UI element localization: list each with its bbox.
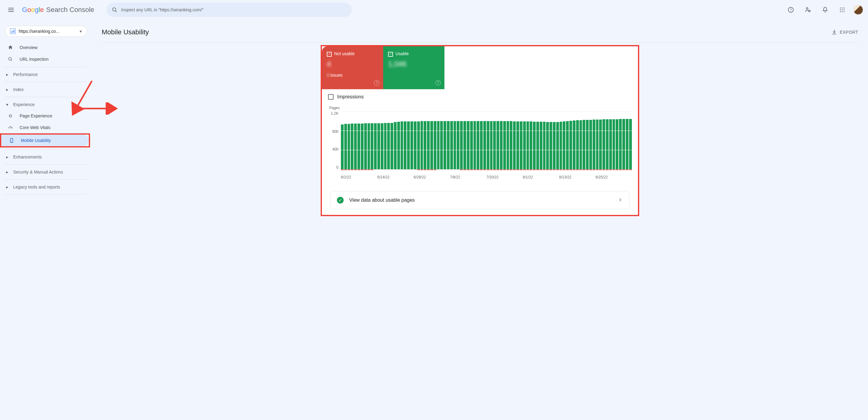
chart-bar[interactable] [550, 122, 552, 169]
chart-bar[interactable] [500, 121, 503, 169]
sidebar-section-legacy[interactable]: ▸ Legacy tools and reports [0, 181, 88, 193]
chart-bar[interactable] [407, 121, 410, 169]
chart-bar[interactable] [510, 121, 513, 169]
chart-bar[interactable] [527, 121, 529, 169]
chart-bar[interactable] [476, 121, 479, 170]
sidebar-item-overview[interactable]: Overview [0, 42, 88, 53]
chart-bar[interactable] [437, 121, 440, 169]
view-usable-pages-button[interactable]: ✓ View data about usable pages [331, 191, 629, 209]
chart-bar[interactable] [536, 122, 539, 169]
chart-bar[interactable] [467, 121, 469, 170]
sidebar-item-page-experience[interactable]: Page Experience [0, 110, 88, 122]
chart-bar[interactable] [463, 121, 466, 170]
chart-bar[interactable] [470, 121, 473, 170]
chart-bar[interactable] [493, 121, 496, 169]
chart-bar[interactable] [560, 122, 562, 169]
account-settings-icon[interactable] [802, 4, 814, 16]
chart-bar[interactable] [533, 122, 536, 169]
chart-bar[interactable] [569, 121, 572, 169]
chart-bar[interactable] [629, 119, 632, 169]
chart-bar[interactable] [553, 122, 556, 169]
chart-bar[interactable] [563, 121, 565, 169]
chart-bar[interactable] [397, 122, 400, 169]
chart-bar[interactable] [543, 122, 546, 169]
chart-bar[interactable] [583, 120, 585, 169]
chart-bar[interactable] [503, 121, 506, 169]
chart-bar[interactable] [450, 121, 453, 169]
sidebar-item-url-inspection[interactable]: URL inspection [0, 53, 88, 65]
chart-bar[interactable] [434, 121, 436, 169]
notifications-icon[interactable] [819, 4, 831, 16]
chart-bar[interactable] [540, 122, 542, 169]
status-card-usable[interactable]: ✓Usable 1,046 ? [383, 46, 444, 89]
sidebar-item-core-web-vitals[interactable]: Core Web Vitals [0, 122, 88, 133]
status-card-not-usable[interactable]: ✓Not usable 4 4 issues ? [322, 46, 383, 89]
chart-bar[interactable] [401, 121, 403, 169]
chart-bar[interactable] [387, 123, 390, 169]
sidebar-section-security[interactable]: ▸ Security & Manual Actions [0, 166, 88, 177]
chart-bar[interactable] [609, 119, 612, 169]
help-icon[interactable]: ? [785, 4, 797, 16]
chart-bar[interactable] [417, 121, 420, 169]
chart-bar[interactable] [447, 121, 450, 169]
help-icon[interactable]: ? [435, 80, 441, 86]
chart-bar[interactable] [374, 123, 377, 169]
chart-bar[interactable] [606, 119, 609, 169]
chart-bar[interactable] [616, 119, 618, 169]
impressions-checkbox[interactable] [328, 94, 334, 100]
chart-bar[interactable] [506, 121, 509, 169]
chart-bar[interactable] [460, 121, 463, 170]
chart-bar[interactable] [404, 121, 406, 169]
chart-bar[interactable] [427, 121, 430, 169]
sidebar-section-index[interactable]: ▸ Index [0, 84, 88, 95]
chart-bar[interactable] [430, 121, 433, 169]
chart-bar[interactable] [626, 119, 628, 169]
url-inspect-search[interactable]: Inspect any URL in "https://seranking.co… [106, 3, 351, 17]
chart-bar[interactable] [589, 120, 592, 169]
chart-bar[interactable] [377, 123, 380, 169]
chart-bar[interactable] [364, 123, 367, 169]
chart-bar[interactable] [517, 121, 519, 169]
sidebar-section-performance[interactable]: ▸ Performance [0, 69, 88, 80]
chart-bar[interactable] [613, 119, 615, 169]
chart-bar[interactable] [368, 123, 370, 169]
chart-bar[interactable] [410, 121, 413, 169]
chart-bar[interactable] [576, 120, 579, 169]
chart-bar[interactable] [556, 122, 559, 169]
chart-bar[interactable] [619, 119, 622, 169]
property-selector[interactable]: https://seranking.co... ▾ [5, 26, 87, 37]
chart-bar[interactable] [454, 121, 456, 169]
sidebar-section-enhancements[interactable]: ▸ Enhancements [0, 151, 88, 163]
chart-bar[interactable] [530, 121, 532, 169]
chart-bar[interactable] [599, 119, 602, 169]
chart-bar[interactable] [622, 119, 625, 169]
chart-bar[interactable] [573, 120, 576, 169]
chart-bar[interactable] [421, 121, 423, 169]
chart-bar[interactable] [443, 121, 446, 169]
chart-bar[interactable] [473, 121, 476, 170]
chart-bar[interactable] [496, 121, 499, 169]
chart-bar[interactable] [341, 124, 344, 169]
chart-bar[interactable] [546, 122, 549, 169]
chart-bar[interactable] [586, 120, 589, 169]
sidebar-section-experience[interactable]: ▾ Experience [0, 99, 88, 110]
chart-bar[interactable] [440, 121, 443, 169]
hamburger-menu[interactable] [5, 4, 17, 16]
chart-bar[interactable] [371, 123, 373, 169]
help-icon[interactable]: ? [374, 80, 379, 86]
chart-bar[interactable] [394, 122, 397, 169]
avatar[interactable] [853, 5, 863, 15]
chart-bar[interactable] [414, 121, 416, 169]
chart-bar[interactable] [580, 120, 582, 169]
chart-bar[interactable] [480, 121, 483, 170]
chart-bar[interactable] [381, 123, 383, 169]
chart-bar[interactable] [520, 121, 523, 169]
chart-bar[interactable] [523, 121, 526, 169]
chart-bar[interactable] [602, 119, 605, 169]
chart-bar[interactable] [513, 121, 516, 169]
export-button[interactable]: EXPORT [831, 29, 858, 35]
chart-bar[interactable] [490, 121, 493, 170]
chart-bar[interactable] [487, 121, 490, 170]
chart-bar[interactable] [457, 121, 459, 169]
chart-bar[interactable] [596, 119, 599, 169]
